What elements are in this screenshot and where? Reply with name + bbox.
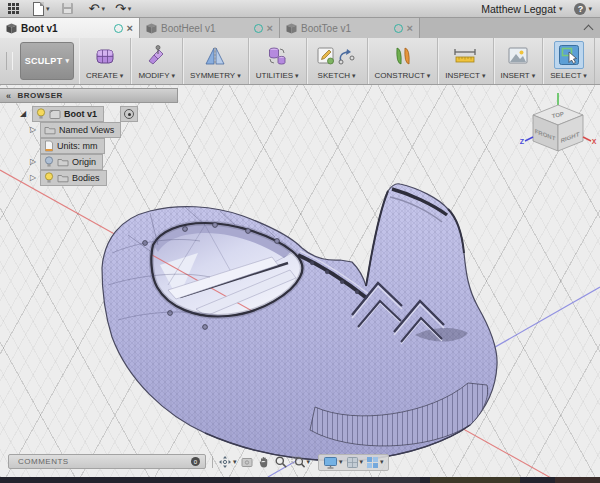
view-cube[interactable]: TOP FRONT RIGHT X Z: [519, 91, 597, 157]
tab-label: Boot v1: [21, 23, 110, 34]
workspace-label: SCULPT: [25, 56, 63, 66]
chevron-down-icon: ▾: [120, 72, 124, 80]
monitor-icon: [323, 456, 338, 469]
close-icon[interactable]: ×: [407, 23, 413, 33]
file-icon: [33, 2, 44, 16]
group-label: SELECT: [550, 71, 581, 80]
ribbon-group-insert[interactable]: INSERT▾: [494, 38, 544, 84]
navigation-bar: ▾ ▾: [210, 454, 389, 470]
tab-bootheel-v1[interactable]: BootHeel v1 ×: [140, 18, 280, 38]
chevron-down-icon: ▾: [339, 458, 343, 466]
divider: [212, 456, 213, 468]
radio-icon: [124, 109, 134, 119]
z-axis-indicator: [525, 137, 533, 141]
ribbon-group-create[interactable]: CREATE▾: [79, 38, 131, 84]
browser-row-origin[interactable]: Origin: [40, 154, 103, 170]
zoom-button[interactable]: [274, 455, 288, 469]
browser-row-root[interactable]: Boot v1: [32, 106, 104, 122]
undo-button[interactable]: ↶ ▾: [89, 4, 105, 14]
bottom-window-edge: [0, 477, 600, 483]
grid-settings-button[interactable]: ▾: [346, 456, 364, 469]
document-tab-bar: Boot v1 × BootHeel v1 × BootToe v1 ×: [0, 18, 600, 39]
user-menu[interactable]: Matthew Leggat ▾: [481, 3, 562, 15]
expander-closed-icon[interactable]: ▷: [30, 157, 36, 166]
document-cube-icon: [6, 23, 17, 34]
display-settings-group: ▾ ▾ ▾: [318, 454, 389, 471]
title-bar: ▾ ↶ ▾ ↷ ▾ Matthew Leggat ▾ ? ▾: [0, 0, 600, 18]
chevron-down-icon: ▾: [583, 72, 587, 80]
collapse-panel-icon[interactable]: «: [6, 92, 12, 100]
ribbon-group-modify[interactable]: MODIFY▾: [131, 38, 183, 84]
browser-item-label: Named Views: [59, 125, 114, 135]
look-at-button[interactable]: [240, 456, 254, 469]
display-settings-button[interactable]: ▾: [323, 456, 343, 469]
browser-panel: « BROWSER ◢ Boot v1 ▷ Named Views: [0, 88, 178, 103]
ribbon-group-utilities[interactable]: UTILITIES▾: [249, 38, 307, 84]
help-menu[interactable]: ? ▾: [574, 3, 592, 15]
browser-item-label: Origin: [72, 157, 96, 167]
ribbon-group-select[interactable]: SELECT▾: [543, 38, 595, 84]
grid-icon: [346, 456, 359, 469]
orbit-icon: [218, 455, 232, 469]
magnifier-icon: [274, 455, 288, 469]
expander-closed-icon[interactable]: ▷: [30, 125, 36, 134]
chevron-down-icon: ▾: [427, 72, 431, 80]
viewport-canvas[interactable]: « BROWSER ◢ Boot v1 ▷ Named Views: [0, 85, 600, 477]
folder-icon: [44, 125, 56, 135]
bulb-off-icon[interactable]: [44, 156, 54, 168]
tab-label: BootToe v1: [301, 23, 390, 34]
comments-bar[interactable]: COMMENTS 0: [8, 454, 206, 469]
bulb-on-icon[interactable]: [44, 172, 54, 184]
workspace-selector[interactable]: SCULPT ▾: [20, 42, 74, 80]
comments-count-badge: 0: [191, 457, 200, 466]
expander-open-icon[interactable]: ◢: [20, 109, 26, 118]
tab-label: BootHeel v1: [161, 23, 250, 34]
close-icon[interactable]: ×: [267, 23, 273, 33]
tab-boottoe-v1[interactable]: BootToe v1 ×: [280, 18, 420, 38]
browser-item-label: Bodies: [72, 173, 100, 183]
zoom-window-button[interactable]: ▾: [291, 455, 311, 469]
ribbon-group-symmetry[interactable]: SYMMETRY▾: [183, 38, 249, 84]
chevron-down-icon: ▾: [65, 57, 69, 65]
browser-row-bodies[interactable]: Bodies: [40, 170, 107, 186]
help-icon: ?: [574, 3, 586, 15]
pan-button[interactable]: [257, 455, 271, 469]
orbit-button[interactable]: ▾: [218, 455, 237, 469]
save-button[interactable]: [62, 3, 73, 14]
construct-icon: [390, 44, 414, 68]
close-icon[interactable]: ×: [127, 23, 133, 33]
group-label: UTILITIES: [256, 71, 293, 80]
browser-row-named-views[interactable]: Named Views: [40, 122, 121, 138]
expander-closed-icon[interactable]: ▷: [30, 173, 36, 182]
x-axis-label: X: [592, 138, 597, 145]
select-icon: [557, 43, 581, 67]
ribbon-group-construct[interactable]: CONSTRUCT▾: [368, 38, 439, 84]
chevron-down-icon: ▾: [307, 458, 311, 466]
ribbon-group-sketch[interactable]: SKETCH▾: [307, 38, 368, 84]
redo-button[interactable]: ↷ ▾: [115, 4, 131, 14]
create-icon: [93, 44, 117, 68]
chevron-down-icon: ▾: [128, 5, 132, 13]
group-label: CREATE: [86, 71, 118, 80]
sync-status-icon: [114, 24, 123, 33]
redo-icon: ↷: [115, 4, 126, 14]
apps-grid-icon[interactable]: [8, 3, 19, 14]
chevron-down-icon: ▾: [171, 72, 175, 80]
bulb-on-icon[interactable]: [36, 108, 46, 120]
modify-icon: [145, 44, 169, 68]
units-document-icon: [44, 140, 54, 152]
viewports-button[interactable]: ▾: [366, 456, 384, 469]
browser-row-units[interactable]: Units: mm: [40, 138, 105, 154]
pan-hand-icon: [257, 455, 271, 469]
chevron-up-icon[interactable]: [585, 24, 592, 31]
activate-component-radio[interactable]: [120, 106, 138, 122]
ribbon-group-inspect[interactable]: INSPECT▾: [438, 38, 493, 84]
comments-label: COMMENTS: [18, 457, 191, 466]
browser-header[interactable]: « BROWSER: [0, 88, 178, 103]
browser-item-label: Units: mm: [57, 141, 98, 151]
tab-boot-v1[interactable]: Boot v1 ×: [0, 18, 140, 38]
group-label: CONSTRUCT: [375, 71, 425, 80]
symmetry-icon: [203, 44, 227, 68]
file-menu-button[interactable]: ▾: [33, 2, 50, 16]
toolbar-grip[interactable]: [6, 52, 13, 70]
